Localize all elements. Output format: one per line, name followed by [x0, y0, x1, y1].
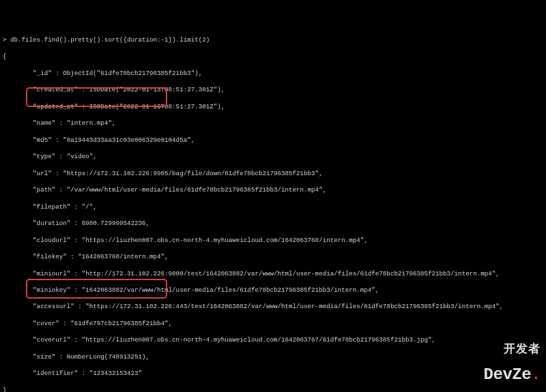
doc1-url: "url" : "https://172.31.102.226:9905/bag… — [3, 170, 546, 178]
doc1-miniourl: "miniourl" : "http://172.31.102.226:9000… — [3, 270, 546, 278]
doc1-cloudurl: "cloudurl" : "https://liuzhen007.obs.cn-… — [3, 237, 546, 245]
doc1-id: "_id" : ObjectId("61dfe78bcb21796385f21b… — [3, 70, 546, 78]
command-line: > db.files.find().pretty().sort({duratio… — [3, 36, 546, 44]
doc1-created: "created_at" : ISODate("2022-01-13T08:51… — [3, 86, 546, 94]
doc1-md5: "md5" : "8a19443d33aa31c03e006329e0104d5… — [3, 136, 546, 145]
doc1-type: "type" : "video", — [3, 153, 546, 161]
doc1-size: "size" : NumberLong(748913251), — [3, 353, 546, 361]
doc1-filekey: "filekey" : "1642063768/intern.mp4", — [3, 253, 546, 261]
brace-close-1: } — [3, 387, 546, 392]
doc1-coverurl: "coverurl" : "https://liuzhen007.obs.cn-… — [3, 336, 546, 344]
doc1-filepath: "filepath" : "/", — [3, 203, 546, 211]
doc1-accessurl: "accessurl" : "https://172.31.102.226:44… — [3, 303, 546, 311]
doc1-miniokey: "miniokey" : "1642063882/var/www/html/us… — [3, 286, 546, 295]
brace-open-1: { — [3, 52, 546, 61]
doc1-updated: "updated_at" : ISODate("2022-01-13T08:51… — [3, 103, 546, 111]
doc1-path: "path" : "/var/www/html/user-media/files… — [3, 186, 546, 194]
doc1-duration: "duration" : 6980.729999542236, — [3, 220, 546, 228]
doc1-name: "name" : "intern.mp4", — [3, 119, 546, 127]
doc1-cover: "cover" : "61dfe797cb21796385f21bb4", — [3, 320, 546, 328]
doc1-identifier: "identifier" : "123432153423" — [3, 370, 546, 378]
